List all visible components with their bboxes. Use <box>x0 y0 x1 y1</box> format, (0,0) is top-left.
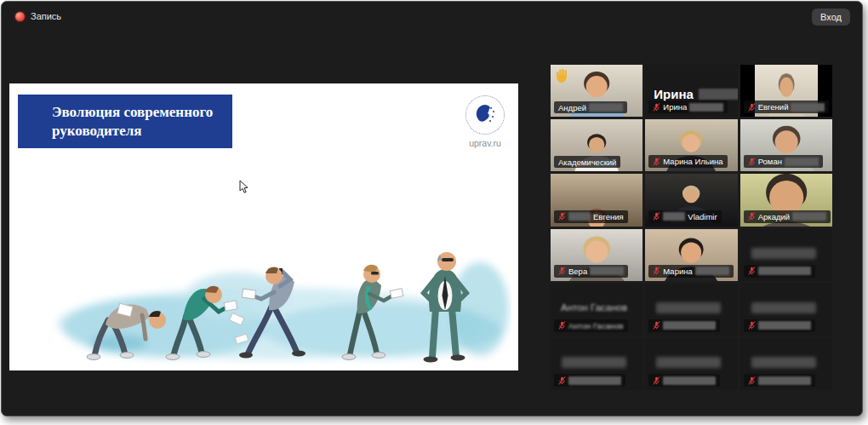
recording-indicator[interactable]: Запись <box>15 11 61 21</box>
participant-label: Марина Ильина <box>648 155 727 168</box>
raised-hand-icon <box>555 68 568 83</box>
muted-mic-icon <box>653 376 660 386</box>
participant-name: Вера <box>568 267 587 276</box>
participant-label: Академический <box>554 156 620 168</box>
participant-label: Роман <box>744 155 823 168</box>
participant-label <box>744 265 815 278</box>
participant-tile[interactable] <box>740 284 832 336</box>
name-redacted-box <box>791 103 825 112</box>
participant-name: Аркадий <box>758 212 790 221</box>
participant-tile[interactable] <box>645 284 737 336</box>
name-redacted-box <box>689 103 723 112</box>
evolution-illustration <box>16 169 511 366</box>
participant-tile[interactable] <box>740 338 832 390</box>
name-redacted-box <box>695 267 729 275</box>
muted-mic-icon <box>748 157 756 167</box>
slide-logo: uprav.ru <box>458 95 512 148</box>
participant-name: Марина <box>663 267 692 276</box>
name-redacted-box <box>758 376 811 385</box>
name-redacted-box <box>758 321 811 330</box>
participant-tile[interactable] <box>740 229 832 281</box>
participant-label <box>744 374 815 387</box>
participant-tile[interactable]: Вера <box>551 229 642 281</box>
participant-tile[interactable]: Антон Гасанов Антон Гасанов <box>551 284 642 336</box>
center-redacted-box <box>656 302 721 313</box>
participant-label: Вера <box>554 265 628 278</box>
muted-mic-icon <box>653 157 660 167</box>
center-name: Ирина <box>654 87 737 101</box>
participant-tile[interactable]: Аркадий <box>740 174 832 226</box>
participant-grid: Андрей Ирина Ирина <box>551 65 832 390</box>
participant-tile[interactable]: Евгения <box>551 174 642 226</box>
muted-mic-icon <box>653 102 660 112</box>
mouse-cursor-icon <box>239 181 248 194</box>
logo-seal-icon <box>465 95 505 135</box>
participant-tile[interactable]: Марина Ильина <box>645 119 737 171</box>
muted-mic-icon <box>748 376 756 386</box>
muted-mic-icon <box>653 211 660 221</box>
participant-label: Марина <box>648 265 733 278</box>
name-redacted-box <box>568 376 621 385</box>
center-redacted-box <box>751 248 816 259</box>
center-name-text: Антон Гасанов <box>561 302 627 313</box>
muted-mic-icon <box>748 102 756 112</box>
muted-mic-icon <box>558 320 566 330</box>
participant-name: Антон Гасанов <box>568 321 624 330</box>
participant-name: Ирина <box>663 102 687 112</box>
participant-tile[interactable] <box>551 338 642 390</box>
page: Запись Вход Эволюция современного руково… <box>0 0 868 425</box>
record-dot-icon <box>15 12 25 21</box>
participant-label: Евгений <box>744 101 830 113</box>
participant-name: Евгения <box>593 212 624 221</box>
slide-title-banner: Эволюция современного руководителя <box>18 95 232 148</box>
participant-tile[interactable]: Ирина Ирина <box>645 65 737 117</box>
participant-tile[interactable]: Евгений <box>740 65 832 117</box>
conference-window: Запись Вход Эволюция современного руково… <box>1 1 863 416</box>
muted-mic-icon <box>653 266 660 276</box>
muted-mic-icon <box>558 266 566 276</box>
muted-mic-icon <box>748 266 756 276</box>
name-redacted-box <box>663 321 716 330</box>
name-redacted-box <box>663 376 716 385</box>
center-redacted-box <box>656 357 721 368</box>
muted-mic-icon <box>653 320 660 330</box>
logo-caption: uprav.ru <box>458 138 512 148</box>
center-redacted-box <box>751 302 816 313</box>
recording-label: Запись <box>31 11 61 21</box>
participant-name: Андрей <box>558 103 586 112</box>
center-name: Антон Гасанов <box>561 302 627 313</box>
login-button[interactable]: Вход <box>812 9 850 26</box>
participant-tile[interactable]: Марина <box>645 229 737 281</box>
center-redacted-box <box>562 357 626 368</box>
shared-screen-slide: Эволюция современного руководителя uprav… <box>9 83 518 370</box>
participant-tile[interactable]: Академический <box>551 119 642 171</box>
participant-label <box>648 374 720 387</box>
participant-tile[interactable] <box>645 338 737 390</box>
participant-name: Евгений <box>758 102 789 112</box>
name-redacted-box <box>758 267 811 275</box>
participant-label: Андрей <box>554 101 627 113</box>
center-name-redacted-box <box>699 89 738 100</box>
participant-label: Ирина <box>648 101 728 113</box>
participant-tile[interactable]: Роман <box>740 119 832 171</box>
participant-label: Антон Гасанов <box>554 319 628 332</box>
name-redacted-box <box>785 158 819 166</box>
slide-title: Эволюция современного руководителя <box>52 104 213 139</box>
muted-mic-icon <box>748 211 756 221</box>
participant-name: Марина Ильина <box>663 157 722 166</box>
name-redacted-box <box>792 212 826 221</box>
participant-label: Аркадий <box>744 210 831 223</box>
center-name-text: Ирина <box>654 87 694 101</box>
participant-label <box>744 319 815 332</box>
name-redacted-box <box>568 212 591 221</box>
participant-label <box>648 319 720 332</box>
participant-tile[interactable]: Андрей <box>551 65 642 117</box>
muted-mic-icon <box>558 376 566 386</box>
muted-mic-icon <box>558 211 566 221</box>
participant-tile[interactable]: Vladimir <box>645 174 737 226</box>
name-redacted-box <box>663 212 685 221</box>
name-redacted-box <box>590 267 624 275</box>
participant-label: Vladimir <box>648 210 721 223</box>
participant-name: Роман <box>758 157 782 166</box>
participant-label: Евгения <box>554 210 628 223</box>
